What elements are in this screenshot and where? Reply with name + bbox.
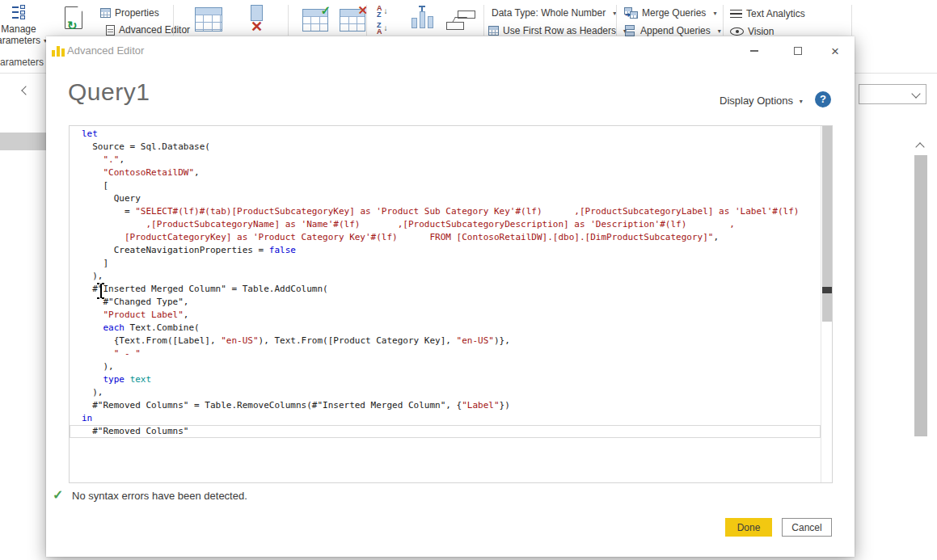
keep-rows-button[interactable]: ✓ bbox=[302, 9, 328, 32]
code-lines: let Source = Sql.Database( ".", "Contoso… bbox=[70, 128, 821, 482]
sort-az-icon: AZ ↓ bbox=[377, 4, 388, 18]
properties-label: Properties bbox=[115, 7, 159, 19]
display-options-label: Display Options bbox=[720, 95, 793, 107]
refresh-preview-button[interactable]: ↻ bbox=[65, 6, 82, 29]
scrollbar-up-button[interactable] bbox=[917, 139, 923, 154]
code-line: #"Inserted Merged Column" = Table.AddCol… bbox=[70, 283, 821, 296]
advanced-editor-dialog: Advanced Editor × Query1 Display Options… bbox=[46, 36, 855, 557]
group-by-button[interactable] bbox=[446, 10, 475, 31]
selected-query-bar[interactable] bbox=[0, 133, 46, 150]
code-line: ), bbox=[70, 270, 821, 283]
chevron-left-icon bbox=[21, 86, 30, 95]
vision-label: Vision bbox=[748, 26, 774, 37]
chevron-up-icon bbox=[915, 142, 924, 151]
code-line: {Text.From([Label], "en-US"), Text.From(… bbox=[70, 335, 821, 347]
remove-rows-button[interactable]: ✕ bbox=[340, 9, 365, 32]
advanced-editor-icon bbox=[106, 25, 115, 36]
code-line: Query bbox=[70, 192, 821, 205]
code-editor[interactable]: let Source = Sql.Database( ".", "Contoso… bbox=[69, 125, 833, 483]
sort-ascending-button[interactable]: AZ ↓ bbox=[377, 4, 388, 18]
remove-cross-icon: ✕ bbox=[251, 19, 263, 34]
vision-eye-icon bbox=[730, 27, 744, 36]
maximize-icon bbox=[794, 47, 802, 55]
ribbon-divider bbox=[366, 5, 367, 36]
advanced-editor-button[interactable]: Advanced Editor bbox=[106, 24, 190, 36]
scrollbar-cursor-marker bbox=[822, 287, 832, 293]
parameters-group-label: Parameters bbox=[0, 57, 50, 68]
status-check-icon: ✓ bbox=[53, 487, 63, 503]
manage-parameters-icon bbox=[11, 4, 27, 20]
dropdown-caret-icon: ▾ bbox=[713, 10, 716, 17]
ribbon-divider bbox=[173, 5, 174, 36]
properties-icon bbox=[100, 8, 111, 18]
code-line: "ContosoRetailDW", bbox=[70, 166, 821, 179]
help-button[interactable]: ? bbox=[815, 91, 831, 107]
minimize-icon bbox=[750, 50, 758, 52]
merge-queries-label: Merge Queries bbox=[642, 7, 706, 19]
code-line: ] bbox=[70, 257, 821, 270]
group-by-icon bbox=[446, 10, 475, 31]
sort-za-icon: ZA ↓ bbox=[377, 21, 388, 35]
collapse-queries-pane-button[interactable] bbox=[23, 82, 29, 97]
minimize-button[interactable] bbox=[741, 41, 767, 61]
query-title: Query1 bbox=[68, 78, 150, 106]
close-button[interactable]: × bbox=[822, 41, 848, 61]
ribbon-divider bbox=[851, 5, 852, 36]
data-type-label: Data Type: Whole Number bbox=[492, 7, 606, 19]
code-line: [ bbox=[70, 179, 821, 192]
text-analytics-button[interactable]: Text Analytics bbox=[730, 8, 805, 19]
check-icon: ✓ bbox=[320, 4, 331, 16]
manage-parameters-button[interactable]: Manage Parameters▾ bbox=[0, 4, 50, 46]
code-line: in bbox=[70, 412, 821, 425]
mouse-ibeam-cursor bbox=[97, 283, 104, 299]
status-message: No syntax errors have been detected. bbox=[72, 490, 247, 502]
dropdown-caret-icon: ▾ bbox=[800, 98, 803, 105]
properties-button[interactable]: Properties bbox=[100, 7, 159, 19]
remove-rows-icon: ✕ bbox=[340, 9, 365, 32]
ribbon-divider bbox=[483, 5, 484, 36]
code-line: ), bbox=[70, 360, 821, 373]
merge-queries-dropdown[interactable]: ➜ Merge Queries ▾ bbox=[624, 7, 716, 19]
ribbon-divider bbox=[616, 5, 617, 36]
use-first-row-label: Use First Row as Headers bbox=[503, 25, 616, 36]
table-combobox[interactable] bbox=[859, 84, 926, 104]
code-line: " - " bbox=[70, 347, 821, 360]
code-line: #"Removed Columns" = Table.RemoveColumns… bbox=[70, 399, 821, 412]
split-column-button[interactable] bbox=[409, 6, 437, 30]
data-type-dropdown[interactable]: Data Type: Whole Number ▾ bbox=[492, 7, 616, 19]
maximize-button[interactable] bbox=[785, 41, 811, 61]
append-queries-dropdown[interactable]: Append Queries ▾ bbox=[623, 25, 721, 36]
code-line: each Text.Combine( bbox=[70, 322, 821, 335]
powerbi-logo-icon bbox=[52, 43, 65, 57]
ribbon-divider bbox=[288, 5, 289, 36]
choose-columns-icon bbox=[195, 7, 222, 32]
sort-descending-button[interactable]: ZA ↓ bbox=[377, 21, 388, 35]
use-first-row-as-headers-button[interactable]: Use First Row as Headers ▾ bbox=[488, 25, 627, 36]
ribbon-divider bbox=[723, 5, 724, 36]
advanced-editor-label: Advanced Editor bbox=[119, 24, 190, 36]
choose-columns-button[interactable] bbox=[195, 7, 222, 32]
done-button[interactable]: Done bbox=[725, 518, 772, 537]
close-icon: × bbox=[831, 44, 839, 58]
code-scrollbar[interactable] bbox=[821, 126, 832, 482]
question-icon: ? bbox=[820, 93, 826, 105]
cancel-button[interactable]: Cancel bbox=[782, 518, 832, 537]
code-line: ,[ProductSubcategoryName] as 'Name'#(lf)… bbox=[70, 218, 821, 231]
dialog-title: Advanced Editor bbox=[67, 44, 144, 57]
display-options-dropdown[interactable]: Display Options ▾ bbox=[720, 95, 803, 107]
vision-button[interactable]: Vision bbox=[730, 26, 774, 37]
code-line: type text bbox=[70, 373, 821, 386]
code-line: #"Removed Columns" bbox=[70, 425, 821, 438]
table-headers-icon bbox=[488, 26, 499, 36]
code-line: ), bbox=[70, 386, 821, 399]
text-analytics-label: Text Analytics bbox=[746, 8, 805, 19]
text-analytics-icon bbox=[730, 10, 742, 19]
append-queries-icon bbox=[623, 25, 636, 36]
refresh-document-icon: ↻ bbox=[65, 6, 82, 29]
code-line: CreateNavigationProperties = false bbox=[70, 244, 821, 257]
dropdown-caret-icon: ▾ bbox=[718, 27, 721, 35]
remove-columns-button[interactable]: ✕ bbox=[251, 5, 263, 34]
keep-rows-icon: ✓ bbox=[302, 9, 328, 32]
split-column-icon bbox=[409, 6, 437, 30]
page-scrollbar-thumb[interactable] bbox=[914, 155, 927, 436]
